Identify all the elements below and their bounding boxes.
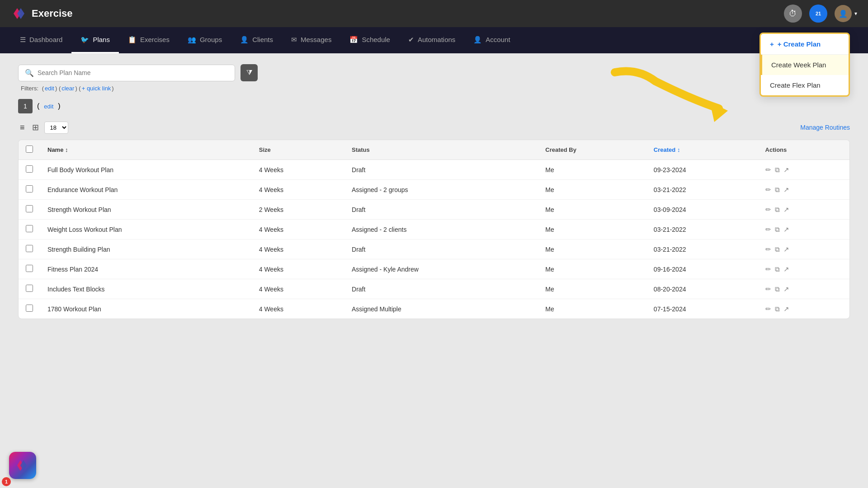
account-icon: 👤 <box>473 36 482 44</box>
share-icon-2[interactable]: ↗ <box>783 206 789 214</box>
cell-status-0: Draft <box>344 160 538 180</box>
nav-schedule[interactable]: 📅 Schedule <box>340 27 399 53</box>
share-icon-5[interactable]: ↗ <box>783 265 789 273</box>
table-controls: ≡ ⊞ 18 25 50 Manage Routines <box>18 121 850 134</box>
row-checkbox-5[interactable] <box>26 265 33 272</box>
cell-created-by-4: Me <box>538 239 646 259</box>
row-checkbox-2[interactable] <box>26 205 33 212</box>
filter-button[interactable]: ⧩ <box>241 64 258 81</box>
edit-icon-1[interactable]: ✏ <box>765 186 771 194</box>
per-page-select[interactable]: 18 25 50 <box>44 122 68 134</box>
app-stack-button[interactable] <box>9 452 36 479</box>
action-icons-4: ✏ ⧉ ↗ <box>765 245 842 253</box>
cell-size-2: 2 Weeks <box>252 200 344 220</box>
filters-clear-link[interactable]: clear <box>61 85 74 92</box>
account-menu-button[interactable]: 👤 ▾ <box>835 5 857 22</box>
schedule-icon: 📅 <box>349 36 358 44</box>
create-week-plan-option[interactable]: Create Week Plan <box>761 55 849 75</box>
copy-icon-4[interactable]: ⧉ <box>775 245 780 253</box>
row-checkbox-1[interactable] <box>26 185 33 192</box>
nav-messages[interactable]: ✉ Messages <box>282 27 340 53</box>
col-created[interactable]: Created ↕ <box>646 140 758 160</box>
search-box[interactable]: 🔍 <box>18 65 235 81</box>
manage-routines-link[interactable]: Manage Routines <box>800 124 850 131</box>
nav-dashboard[interactable]: ☰ Dashboard <box>11 27 71 53</box>
timer-button[interactable]: ⏱ <box>784 5 802 23</box>
cell-name-1: Endurance Workout Plan <box>40 180 252 200</box>
cell-created-5: 09-16-2024 <box>646 259 758 279</box>
topbar-right: ⏱ 21 👤 ▾ <box>784 5 857 23</box>
share-icon-0[interactable]: ↗ <box>783 166 789 174</box>
grid-view-button[interactable]: ⊞ <box>30 121 41 134</box>
edit-icon-4[interactable]: ✏ <box>765 245 771 253</box>
cell-status-4: Draft <box>344 239 538 259</box>
edit-icon-5[interactable]: ✏ <box>765 265 771 273</box>
edit-icon-6[interactable]: ✏ <box>765 285 771 293</box>
share-icon-4[interactable]: ↗ <box>783 245 789 253</box>
page-1-button[interactable]: 1 <box>18 99 33 113</box>
dashboard-icon: ☰ <box>20 36 26 44</box>
row-checkbox-6[interactable] <box>26 285 33 292</box>
action-icons-5: ✏ ⧉ ↗ <box>765 265 842 273</box>
calendar-button[interactable]: 21 <box>809 5 827 23</box>
nav-clients-label: Clients <box>252 36 273 43</box>
nav-exercises[interactable]: 📋 Exercises <box>119 27 179 53</box>
copy-icon-2[interactable]: ⧉ <box>775 206 780 214</box>
filters-edit-link[interactable]: edit <box>45 85 54 92</box>
cell-size-5: 4 Weeks <box>252 259 344 279</box>
cell-name-6: Includes Text Blocks <box>40 279 252 299</box>
cell-created-2: 03-09-2024 <box>646 200 758 220</box>
table-row: 1780 Workout Plan 4 Weeks Assigned Multi… <box>19 299 849 319</box>
create-plan-option[interactable]: + + Create Plan <box>761 34 849 55</box>
copy-icon-7[interactable]: ⧉ <box>775 305 780 313</box>
copy-icon-0[interactable]: ⧉ <box>775 166 780 174</box>
nav-groups[interactable]: 👥 Groups <box>179 27 231 53</box>
list-view-button[interactable]: ≡ <box>18 121 27 134</box>
avatar: 👤 <box>835 5 852 22</box>
copy-icon-3[interactable]: ⧉ <box>775 225 780 234</box>
select-all-checkbox[interactable] <box>26 145 33 153</box>
row-checkbox-4[interactable] <box>26 245 33 252</box>
view-controls: ≡ ⊞ 18 25 50 <box>18 121 68 134</box>
nav-plans[interactable]: 🐦 Plans <box>71 27 119 53</box>
create-flex-plan-label: Create Flex Plan <box>770 81 821 89</box>
topbar: Exercise ⏱ 21 👤 ▾ <box>0 0 868 27</box>
quick-link[interactable]: + quick link <box>82 85 111 92</box>
copy-icon-6[interactable]: ⧉ <box>775 285 780 293</box>
table-row: Full Body Workout Plan 4 Weeks Draft Me … <box>19 160 849 180</box>
nav-automations-label: Automations <box>418 36 455 43</box>
nav-automations[interactable]: ✔ Automations <box>399 27 464 53</box>
cell-status-6: Draft <box>344 279 538 299</box>
row-checkbox-0[interactable] <box>26 165 33 173</box>
edit-icon-2[interactable]: ✏ <box>765 206 771 214</box>
create-flex-plan-option[interactable]: Create Flex Plan <box>761 75 849 95</box>
action-icons-2: ✏ ⧉ ↗ <box>765 206 842 214</box>
copy-icon-1[interactable]: ⧉ <box>775 186 780 194</box>
search-input[interactable] <box>38 69 228 76</box>
nav-account[interactable]: 👤 Account <box>464 27 519 53</box>
col-created-by: Created By <box>538 140 646 160</box>
edit-icon-7[interactable]: ✏ <box>765 305 771 313</box>
nav-plans-label: Plans <box>93 36 110 43</box>
share-icon-1[interactable]: ↗ <box>783 186 789 194</box>
share-icon-7[interactable]: ↗ <box>783 305 789 313</box>
row-checkbox-7[interactable] <box>26 305 33 312</box>
cell-created-by-5: Me <box>538 259 646 279</box>
app-name: Exercise <box>32 8 73 19</box>
pagination-edit-link[interactable]: edit <box>44 103 53 110</box>
row-checkbox-3[interactable] <box>26 225 33 232</box>
nav-groups-label: Groups <box>200 36 222 43</box>
share-icon-6[interactable]: ↗ <box>783 285 789 293</box>
edit-icon-0[interactable]: ✏ <box>765 166 771 174</box>
copy-icon-5[interactable]: ⧉ <box>775 265 780 273</box>
nav-clients[interactable]: 👤 Clients <box>231 27 282 53</box>
edit-icon-3[interactable]: ✏ <box>765 225 771 234</box>
filters-row: Filters: (edit) (clear) (+ quick link) <box>20 85 850 92</box>
grid-view-icon: ⊞ <box>32 123 39 132</box>
create-plan-label: + Create Plan <box>778 40 821 48</box>
col-actions: Actions <box>758 140 849 160</box>
share-icon-3[interactable]: ↗ <box>783 225 789 234</box>
cell-created-by-1: Me <box>538 180 646 200</box>
app-stack-icon <box>15 458 30 473</box>
col-name[interactable]: Name ↕ <box>40 140 252 160</box>
